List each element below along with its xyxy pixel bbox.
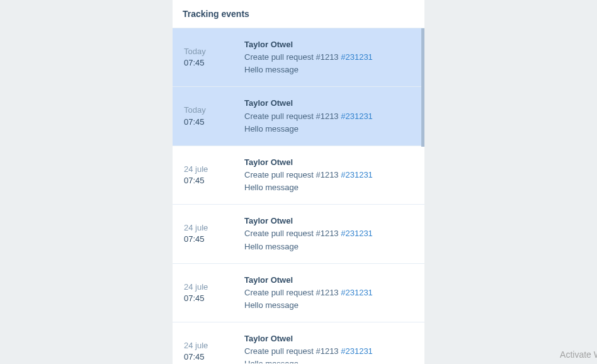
event-date: 24 jule07:45 xyxy=(184,215,244,253)
event-message: Hello message xyxy=(244,299,413,312)
event-body: Taylor OtwelCreate pull request #1213 #2… xyxy=(244,215,413,253)
event-link[interactable]: #231231 xyxy=(341,111,373,121)
event-author: Taylor Otwel xyxy=(244,333,413,345)
event-message: Hello message xyxy=(244,64,413,76)
event-day: 24 jule xyxy=(184,340,238,351)
events-list[interactable]: Today07:45Taylor OtwelCreate pull reques… xyxy=(173,28,424,363)
event-action: Create pull request #1213 xyxy=(244,288,339,297)
event-message: Hello message xyxy=(244,123,413,135)
event-row[interactable]: 24 jule07:45Taylor OtwelCreate pull requ… xyxy=(173,322,424,363)
event-message: Hello message xyxy=(244,358,413,363)
event-day: Today xyxy=(184,46,238,57)
event-action: Create pull request #1213 xyxy=(244,229,339,238)
event-action: Create pull request #1213 xyxy=(244,111,339,121)
event-action: Create pull request #1213 xyxy=(244,170,339,179)
event-time: 07:45 xyxy=(184,234,238,245)
event-date: 24 jule07:45 xyxy=(184,156,244,194)
event-day: 24 jule xyxy=(184,164,238,175)
event-link[interactable]: #231231 xyxy=(341,288,373,297)
event-time: 07:45 xyxy=(184,351,238,363)
event-action-line: Create pull request #1213 #231231 xyxy=(244,227,413,240)
event-body: Taylor OtwelCreate pull request #1213 #2… xyxy=(244,333,413,363)
event-time: 07:45 xyxy=(184,175,238,186)
event-action-line: Create pull request #1213 #231231 xyxy=(244,287,413,299)
event-date: Today07:45 xyxy=(184,97,244,135)
event-row[interactable]: 24 jule07:45Taylor OtwelCreate pull requ… xyxy=(173,146,424,205)
watermark: Activate W xyxy=(560,350,597,360)
event-date: 24 jule07:45 xyxy=(184,274,244,312)
event-body: Taylor OtwelCreate pull request #1213 #2… xyxy=(244,38,413,76)
tracking-panel: Tracking events Today07:45Taylor OtwelCr… xyxy=(173,0,424,364)
event-row[interactable]: 24 jule07:45Taylor OtwelCreate pull requ… xyxy=(173,264,424,322)
event-action: Create pull request #1213 xyxy=(244,52,339,62)
event-author: Taylor Otwel xyxy=(244,156,413,169)
event-body: Taylor OtwelCreate pull request #1213 #2… xyxy=(244,97,413,135)
event-link[interactable]: #231231 xyxy=(341,170,373,179)
event-row[interactable]: Today07:45Taylor OtwelCreate pull reques… xyxy=(173,87,424,145)
event-body: Taylor OtwelCreate pull request #1213 #2… xyxy=(244,156,413,194)
event-action-line: Create pull request #1213 #231231 xyxy=(244,169,413,181)
event-row[interactable]: Today07:45Taylor OtwelCreate pull reques… xyxy=(173,28,424,87)
event-author: Taylor Otwel xyxy=(244,215,413,227)
event-row[interactable]: 24 jule07:45Taylor OtwelCreate pull requ… xyxy=(173,205,424,263)
event-link[interactable]: #231231 xyxy=(341,52,373,62)
event-time: 07:45 xyxy=(184,293,238,304)
event-message: Hello message xyxy=(244,241,413,253)
event-date: Today07:45 xyxy=(184,38,244,76)
event-time: 07:45 xyxy=(184,57,238,69)
event-link[interactable]: #231231 xyxy=(341,229,373,238)
event-author: Taylor Otwel xyxy=(244,38,413,51)
event-action-line: Create pull request #1213 #231231 xyxy=(244,345,413,358)
event-link[interactable]: #231231 xyxy=(341,346,373,356)
event-author: Taylor Otwel xyxy=(244,97,413,110)
event-message: Hello message xyxy=(244,181,413,194)
event-author: Taylor Otwel xyxy=(244,274,413,287)
event-action-line: Create pull request #1213 #231231 xyxy=(244,51,413,64)
event-body: Taylor OtwelCreate pull request #1213 #2… xyxy=(244,274,413,312)
event-date: 24 jule07:45 xyxy=(184,333,244,363)
event-day: 24 jule xyxy=(184,222,238,234)
event-action: Create pull request #1213 xyxy=(244,346,339,356)
event-time: 07:45 xyxy=(184,117,238,128)
event-action-line: Create pull request #1213 #231231 xyxy=(244,110,413,123)
panel-title: Tracking events xyxy=(173,0,424,28)
event-day: 24 jule xyxy=(184,282,238,293)
scroll-thumb[interactable] xyxy=(421,28,424,147)
event-day: Today xyxy=(184,105,238,116)
